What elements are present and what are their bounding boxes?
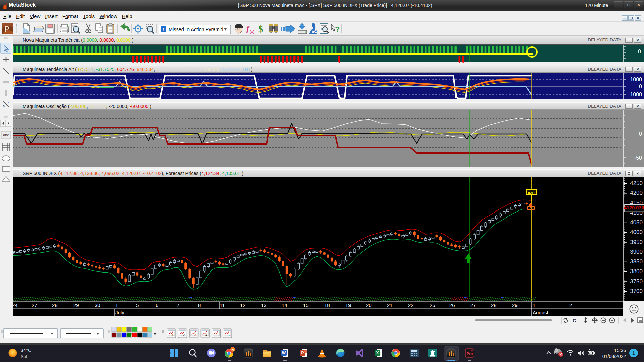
svg-text:Sol: Sol [21,354,27,359]
svg-text:July: July [115,310,124,315]
svg-text:29: 29 [512,302,518,308]
svg-text:5: 5 [136,302,139,308]
svg-text:5: 5 [217,333,219,337]
svg-text:4: 4 [205,333,207,337]
svg-text:3850: 3850 [630,258,643,265]
svg-text:7: 7 [177,302,179,308]
svg-text:2: 2 [183,333,185,337]
svg-text:6: 6 [228,333,230,337]
svg-text:Pro: Pro [467,352,473,356]
svg-text:18: 18 [324,302,330,308]
svg-text:3950: 3950 [630,239,643,245]
svg-text:4000: 4000 [630,229,643,235]
svg-text:4050: 4050 [630,219,643,226]
svg-text:24: 24 [13,302,18,308]
svg-text:1: 1 [172,333,174,337]
svg-text:34°C: 34°C [21,348,31,353]
svg-text:1000: 1000 [630,77,642,82]
svg-text:EXIT: EXIT [528,191,535,194]
svg-text:3900: 3900 [630,249,643,255]
svg-text:3: 3 [194,333,196,337]
svg-text:abc: abc [3,133,9,137]
svg-text:27: 27 [32,302,37,308]
svg-text:19: 19 [345,302,351,308]
svg-text:P: P [301,351,304,355]
svg-text:1: 1 [115,302,118,308]
svg-text:22: 22 [408,302,414,308]
svg-text:August: August [533,310,549,315]
svg-text:N: N [232,348,234,351]
svg-text:8: 8 [198,302,201,308]
svg-text:Missed In Action Pyramid: Missed In Action Pyramid [169,27,223,32]
svg-text:1: 1 [632,350,635,356]
svg-text:$: $ [258,24,263,34]
svg-text:28: 28 [52,302,58,308]
svg-text:13: 13 [261,302,267,308]
svg-text:4200: 4200 [630,190,643,196]
svg-text:14: 14 [282,302,287,308]
svg-text:X: X [376,351,379,355]
svg-text:4250: 4250 [630,180,643,186]
svg-text:3700: 3700 [630,288,643,294]
svg-text:21: 21 [387,302,393,308]
svg-text:3750: 3750 [630,278,643,285]
svg-text:-1000: -1000 [628,92,642,97]
svg-text:?: ? [335,25,340,34]
svg-text:-50: -50 [634,155,642,161]
svg-text:L: L [8,101,10,104]
svg-text:3800: 3800 [630,268,643,275]
svg-text:2: 2 [569,302,572,308]
svg-text:1: 1 [533,302,535,308]
svg-text:S: S [3,105,5,108]
svg-text:15:36: 15:36 [614,348,626,353]
svg-text:26: 26 [449,302,455,308]
svg-text:0: 0 [638,49,641,54]
svg-text:30: 30 [95,302,100,308]
svg-text:W: W [282,351,286,355]
svg-text:01/08/2022: 01/08/2022 [602,354,626,359]
svg-text:6: 6 [156,302,158,308]
svg-text:29: 29 [73,302,79,308]
svg-text:28: 28 [491,302,497,308]
svg-text:P: P [5,25,10,33]
svg-text:25: 25 [430,302,435,308]
svg-text:12: 12 [240,302,246,308]
svg-text:11: 11 [220,302,225,308]
svg-text:0: 0 [639,84,642,89]
svg-text:15: 15 [303,302,309,308]
svg-text:27: 27 [470,302,476,308]
svg-text:20: 20 [366,302,372,308]
svg-text:C: C [573,318,576,323]
svg-text:f: f [246,24,250,33]
svg-text:4120.070: 4120.070 [624,205,644,210]
svg-text:0: 0 [639,131,642,137]
svg-text:(x): (x) [250,29,254,34]
